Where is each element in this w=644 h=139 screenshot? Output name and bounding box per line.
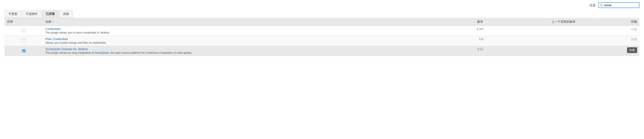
table-row: Credentials This plugin allows you to st… (4, 26, 640, 36)
plugin-desc-1: This plugin allows you to store credenti… (46, 31, 422, 34)
top-bar: 过滤: (0, 0, 644, 10)
plugins-table: 启用 名称 ↓ 版本 上一个安装的版本 卸载 (4, 18, 640, 56)
uninstall-button-3[interactable]: 卸载 (627, 47, 637, 53)
version-link-3[interactable]: 2.11 (478, 47, 483, 51)
filter-input[interactable] (598, 2, 640, 8)
uninstall-cell-3: 卸载 (578, 46, 640, 56)
col-header-enable: 启用 (4, 18, 43, 26)
table-row: Plain Credentials Allows use of plain st… (4, 36, 640, 46)
name-sort-control[interactable]: 名称 ↓ (46, 20, 422, 24)
enable-cell-1 (4, 26, 43, 36)
checkbox-1[interactable] (22, 29, 26, 32)
uninstall-cell-2: 卸载 (578, 36, 640, 46)
table-row: SonarQube Scanner for Jenkins This plugi… (4, 46, 640, 56)
version-link-2[interactable]: 1.5 (479, 37, 483, 41)
plugin-name-link-2[interactable]: Plain Credentials (46, 37, 68, 41)
sort-arrow-icon: ↓ (52, 20, 54, 23)
plugin-desc-sonarqube-link[interactable]: SonarQube (95, 51, 109, 54)
table-header-row: 启用 名称 ↓ 版本 上一个安装的版本 卸载 (4, 18, 640, 26)
plugin-desc-after-3: , the open source platform for Continuou… (109, 51, 192, 54)
col-header-name-label: 名称 (46, 20, 51, 24)
plugin-desc-2: Allows use of plain strings and files as… (46, 41, 422, 44)
checkbox-3[interactable] (22, 49, 26, 53)
tab-installed[interactable]: 已安装 (42, 10, 59, 18)
col-header-uninstall: 卸载 (578, 18, 640, 26)
filter-label: 过滤: (590, 3, 596, 7)
checkbox-2[interactable] (22, 39, 26, 42)
tab-updatable[interactable]: 可更新 (4, 10, 21, 18)
name-cell-3: SonarQube Scanner for Jenkins This plugi… (43, 46, 424, 56)
uninstall-disabled-1: 卸载 (631, 27, 637, 31)
plugin-name-link-3[interactable]: SonarQube Scanner for Jenkins (46, 47, 88, 51)
col-header-name: 名称 ↓ (43, 18, 424, 26)
prev-version-cell-2 (486, 36, 578, 46)
plugin-desc-3: This plugin allows an easy integration o… (46, 51, 422, 54)
name-cell-1: Credentials This plugin allows you to st… (43, 26, 424, 36)
uninstall-cell-1: 卸载 (578, 26, 640, 36)
version-cell-1: 2.3.0 (424, 26, 486, 36)
enable-cell-2 (4, 36, 43, 46)
uninstall-disabled-2: 卸载 (631, 37, 637, 41)
col-header-prev-version: 上一个安装的版本 (486, 18, 578, 26)
plugin-desc-before-3: This plugin allows an easy integration o… (46, 51, 95, 54)
name-cell-2: Plain Credentials Allows use of plain st… (43, 36, 424, 46)
tab-optional[interactable]: 可选插件 (22, 10, 42, 18)
tabs-bar: 可更新 可选插件 已安装 高级 (0, 10, 644, 18)
prev-version-cell-3 (486, 46, 578, 56)
plugins-table-container: 启用 名称 ↓ 版本 上一个安装的版本 卸载 (4, 18, 640, 56)
col-header-version: 版本 (424, 18, 486, 26)
enable-cell-3 (4, 46, 43, 56)
plugin-name-link-1[interactable]: Credentials (46, 27, 60, 31)
version-link-1[interactable]: 2.3.0 (477, 27, 483, 31)
version-cell-3: 2.11 (424, 46, 486, 56)
version-cell-2: 1.5 (424, 36, 486, 46)
tab-advanced[interactable]: 高级 (59, 10, 73, 18)
prev-version-cell-1 (486, 26, 578, 36)
